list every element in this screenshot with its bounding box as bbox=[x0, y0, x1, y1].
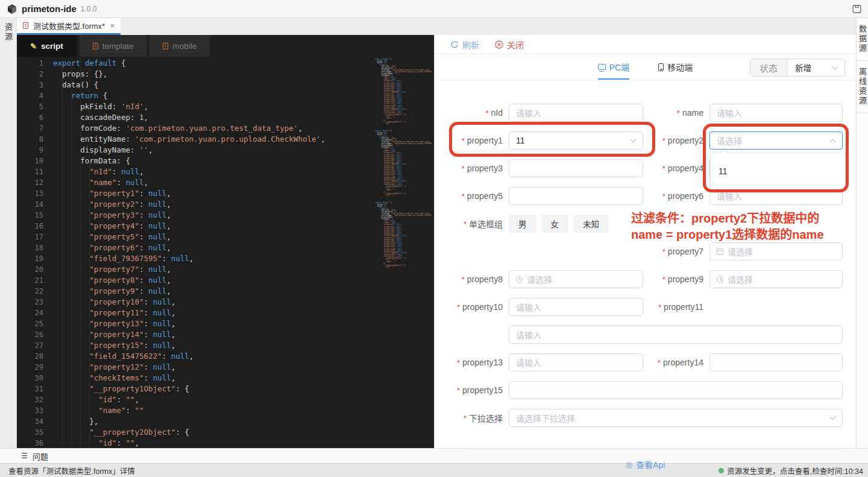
close-circle-icon bbox=[495, 40, 503, 49]
file-tab-close-icon[interactable]: × bbox=[110, 21, 115, 30]
status-bar-left-text: 查看资源「测试数据类型.formx」详情 bbox=[8, 465, 135, 476]
code-text: formCode: 'com.primeton.yuan.pro.test_da… bbox=[43, 123, 303, 134]
minimap-content: export default { props: {}, data() { ret… bbox=[373, 130, 432, 197]
device-tab-pc[interactable]: PC端 bbox=[598, 54, 629, 80]
label-text: name bbox=[682, 108, 703, 118]
code-text: pkField: 'nId', bbox=[43, 101, 148, 112]
refresh-button[interactable]: 刷新 bbox=[450, 39, 479, 51]
field-property11-input[interactable]: 请输入 bbox=[509, 326, 843, 344]
code-text: "property14": null, bbox=[43, 329, 175, 340]
field-下拉选择-select[interactable]: 请选择下拉选择 bbox=[509, 409, 843, 427]
status-label: 状态 bbox=[750, 59, 787, 76]
code-text: "nId": null, bbox=[43, 166, 144, 177]
label-text: property15 bbox=[462, 385, 503, 395]
chevron-up-icon bbox=[830, 139, 836, 145]
radio-option-男[interactable]: 男 bbox=[509, 215, 536, 233]
line-number: 36 bbox=[17, 438, 43, 448]
field-property15-input[interactable] bbox=[509, 381, 843, 399]
field-property8-value: 请选择 bbox=[527, 273, 552, 285]
code-line: 25 "property13": null, bbox=[17, 318, 434, 329]
field-property7-label: *property7 bbox=[649, 247, 703, 256]
form-grid: *nId请输入*name请输入*property111*property2请选择… bbox=[435, 80, 856, 427]
field-property10-input[interactable]: 请输入 bbox=[509, 298, 643, 316]
monitor-icon bbox=[598, 64, 606, 70]
code-text: formData: { bbox=[43, 156, 130, 166]
app-window: primeton-ide 1.0.0 资源 测试数据类型.formx* × ✎s… bbox=[0, 0, 868, 477]
sidebar-rail-resources[interactable]: 资源 bbox=[0, 18, 17, 448]
field-property1-select[interactable]: 11 bbox=[509, 131, 643, 150]
center-column: 测试数据类型.formx* × ✎scripttemplatemobile 1e… bbox=[17, 18, 856, 448]
app-version: 1.0.0 bbox=[81, 5, 97, 13]
radio-option-未知[interactable]: 未知 bbox=[573, 215, 609, 233]
editor-tab-mobile[interactable]: mobile bbox=[149, 35, 210, 57]
layout-toggle-icon[interactable] bbox=[852, 4, 862, 14]
code-line: 18 "property6": null, bbox=[17, 242, 434, 253]
label-text: property10 bbox=[462, 302, 503, 312]
status-value-select[interactable]: 新增 bbox=[787, 59, 844, 76]
device-tab-mobile[interactable]: 移动端 bbox=[658, 54, 693, 80]
field-property13-input[interactable]: 请输入 bbox=[509, 353, 643, 371]
line-number: 20 bbox=[17, 264, 43, 275]
editor-tab-script[interactable]: ✎script bbox=[17, 35, 77, 57]
status-select-group[interactable]: 状态 新增 bbox=[750, 58, 845, 77]
list-icon: ☰ bbox=[21, 452, 28, 460]
field-property6-input[interactable]: 请输入 bbox=[709, 187, 843, 205]
field-property3-input[interactable] bbox=[509, 159, 643, 177]
code-area[interactable]: 1export default {2 props: {},3 data() {4… bbox=[17, 57, 434, 448]
minimap[interactable]: export default { props: {}, data() { ret… bbox=[373, 58, 432, 273]
app-logo-icon bbox=[6, 3, 18, 15]
document-icon bbox=[93, 43, 98, 49]
field-property8-input[interactable]: 请选择 bbox=[509, 270, 643, 288]
rail-item-label: 离线资源 bbox=[857, 68, 868, 106]
problems-label: 问题 bbox=[33, 450, 48, 462]
code-line: 21 "property8": null, bbox=[17, 275, 434, 286]
field-property2-select[interactable]: 请选择 bbox=[709, 131, 843, 150]
field-property7-input[interactable]: 请选择 bbox=[709, 242, 843, 261]
radio-option-女[interactable]: 女 bbox=[541, 215, 569, 233]
code-line: 2 props: {}, bbox=[17, 69, 434, 80]
code-line: 27 "property15": null, bbox=[17, 340, 434, 351]
property2-dropdown[interactable]: 11 bbox=[711, 154, 845, 189]
preview-toolbar: 刷新 关闭 bbox=[435, 35, 856, 54]
line-number: 3 bbox=[17, 80, 43, 90]
field-property5-input[interactable] bbox=[509, 187, 643, 205]
minimap-chunk: export default { props: {}, data() { ret… bbox=[373, 58, 432, 125]
field-name-input[interactable]: 请输入 bbox=[709, 104, 843, 122]
line-number: 19 bbox=[17, 253, 43, 264]
code-line: 19 "field_79367595": null, bbox=[17, 253, 434, 264]
line-number: 28 bbox=[17, 351, 43, 362]
rail-item-datasource[interactable]: 数据源 bbox=[857, 18, 868, 61]
line-number: 7 bbox=[17, 123, 43, 134]
file-tab-active[interactable]: 测试数据类型.formx* × bbox=[17, 18, 121, 35]
view-api-link[interactable]: ◎ 查看Api bbox=[435, 458, 856, 470]
close-preview-button[interactable]: 关闭 bbox=[495, 39, 524, 51]
device-tab-label: 移动端 bbox=[667, 61, 693, 73]
label-text: property2 bbox=[668, 136, 703, 145]
code-lines: 1export default {2 props: {},3 data() {4… bbox=[17, 58, 434, 448]
code-line: 5 pkField: 'nId', bbox=[17, 101, 434, 112]
code-line: "id": "", bbox=[373, 195, 432, 197]
chevron-down-icon bbox=[830, 414, 836, 420]
field-property9-input[interactable]: 请选择 bbox=[709, 270, 843, 288]
field-property14-input[interactable] bbox=[709, 353, 843, 371]
editor-tab-label: mobile bbox=[172, 42, 197, 51]
editor-tab-template[interactable]: template bbox=[80, 35, 147, 57]
code-editor-panel: ✎scripttemplatemobile 1export default {2… bbox=[17, 35, 434, 448]
line-number: 23 bbox=[17, 297, 43, 308]
code-line: 17 "property5": null, bbox=[17, 232, 434, 242]
field-property14-label: *property14 bbox=[649, 358, 703, 367]
field-property13-value: 请输入 bbox=[516, 356, 541, 368]
device-tab-label: PC端 bbox=[609, 61, 629, 73]
line-number: 5 bbox=[17, 101, 43, 112]
dropdown-option-11[interactable]: 11 bbox=[711, 162, 845, 180]
chevron-down-icon bbox=[631, 137, 637, 143]
required-asterisk: * bbox=[462, 192, 465, 201]
refresh-label: 刷新 bbox=[462, 39, 479, 51]
code-line: 33 "name": "" bbox=[17, 405, 434, 416]
field-property10-value: 请输入 bbox=[516, 301, 541, 313]
line-number: 12 bbox=[17, 177, 43, 188]
field-nId-input[interactable]: 请输入 bbox=[509, 104, 643, 122]
indent-guide bbox=[89, 57, 90, 448]
rail-item-offline-resources[interactable]: 离线资源 bbox=[857, 61, 868, 113]
clock-icon bbox=[717, 276, 723, 283]
